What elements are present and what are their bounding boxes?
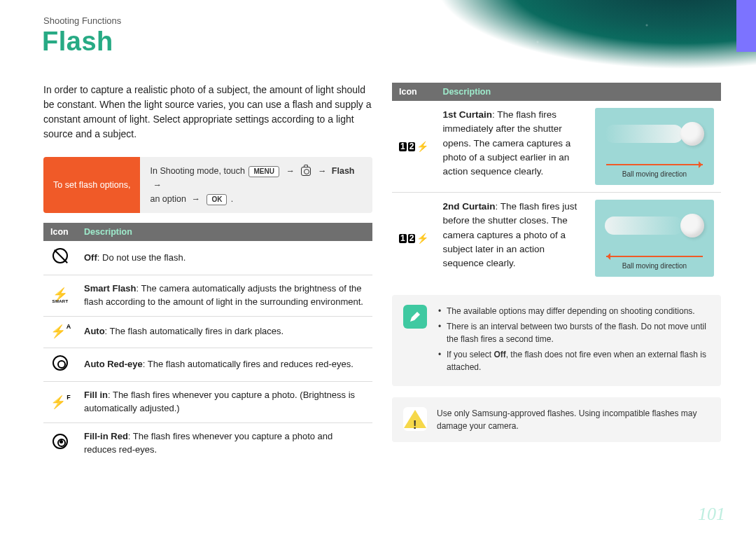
first-curtain-diagram: Ball moving direction (595, 108, 714, 185)
intro-paragraph: In order to capture a realistic photo of… (43, 83, 372, 142)
table-row: Fill-in Red: The flash fires whenever yo… (43, 423, 372, 464)
table-row: Off: Do not use the flash. (43, 241, 372, 275)
fill-in-red-icon (52, 434, 68, 449)
option-name: Auto Red-eye (84, 359, 143, 369)
ok-key: OK (206, 194, 227, 205)
table-header-icon: Icon (392, 83, 435, 101)
set-flash-options-box: To set flash options, In Shooting mode, … (43, 157, 372, 213)
pen-note-icon (403, 305, 427, 329)
flash-menu-word: Flash (332, 166, 355, 176)
arrow-icon: → (153, 180, 162, 190)
note-item: There is an interval between two bursts … (438, 320, 710, 345)
smart-label: SMART (52, 299, 69, 303)
info-note-box: The available options may differ dependi… (392, 295, 721, 386)
table-header-description: Description (435, 83, 721, 101)
flash-options-table-right: Icon Description 12 1st Curtain: (392, 83, 721, 284)
breadcrumb: Shooting Functions (43, 15, 121, 26)
note-bold: Off (493, 350, 505, 359)
fill-in-icon (50, 394, 70, 411)
arrow-icon: → (318, 166, 327, 176)
set-flash-options-instructions: In Shooting mode, touch MENU → → Flash →… (140, 157, 372, 213)
side-tab-marker (736, 0, 756, 52)
menu-key: MENU (248, 166, 279, 177)
note-item: If you select Off, the flash does not fi… (438, 348, 710, 373)
table-header-icon: Icon (43, 223, 77, 241)
option-name: Auto (84, 326, 105, 336)
option-name: 2nd Curtain (442, 201, 495, 212)
page-title: Flash (42, 27, 113, 57)
note-item: The available options may differ dependi… (438, 305, 710, 317)
arrow-icon: → (286, 166, 295, 176)
warning-note-box: Use only Samsung-approved flashes. Using… (392, 397, 721, 442)
table-header-description: Description (77, 223, 372, 241)
auto-redeye-icon (52, 355, 68, 371)
option-name: Off (84, 252, 97, 263)
camera-icon (301, 167, 311, 176)
instruction-text: an option (150, 194, 188, 204)
first-curtain-icon: 12 (399, 139, 428, 154)
auto-flash-icon (50, 324, 70, 341)
second-curtain-diagram: Ball moving direction (595, 200, 714, 277)
table-row: 12 1st Curtain: The flash fires immediat… (392, 101, 721, 193)
option-desc: : The flash fires whenever you capture a… (84, 390, 355, 413)
table-row: Fill in: The flash fires whenever you ca… (43, 382, 372, 423)
instruction-text: In Shooting mode, touch (150, 166, 247, 176)
table-row: 12 2nd Curtain: The flash fires just bef… (392, 193, 721, 284)
warning-icon (403, 407, 427, 431)
option-desc: : Do not use the flash. (97, 252, 186, 263)
option-name: Fill-in Red (84, 431, 128, 441)
option-desc: : The flash automatically fires and redu… (143, 359, 354, 369)
table-row: Auto Red-eye: The flash automatically fi… (43, 348, 372, 382)
option-name: 1st Curtain (442, 109, 492, 120)
option-name: Smart Flash (84, 283, 136, 294)
option-name: Fill in (84, 390, 108, 400)
diagram-caption: Ball moving direction (595, 261, 714, 272)
page-number: 101 (698, 504, 725, 525)
decorative-corner (392, 0, 756, 84)
second-curtain-icon: 12 (399, 231, 428, 246)
warning-text: Use only Samsung-approved flashes. Using… (437, 407, 710, 432)
smart-flash-icon: SMART (50, 287, 70, 304)
diagram-caption: Ball moving direction (595, 170, 714, 180)
table-row: SMART Smart Flash: The camera automatica… (43, 275, 372, 316)
flash-options-table-left: Icon Description Off: Do not use the fla… (43, 223, 372, 464)
arrow-icon: → (191, 194, 200, 204)
table-row: Auto: The flash automatically fires in d… (43, 316, 372, 348)
set-flash-options-label: To set flash options, (43, 157, 140, 213)
option-desc: : The flash automatically fires in dark … (105, 326, 284, 336)
note-text: If you select (447, 350, 493, 359)
flash-off-icon (52, 248, 68, 263)
